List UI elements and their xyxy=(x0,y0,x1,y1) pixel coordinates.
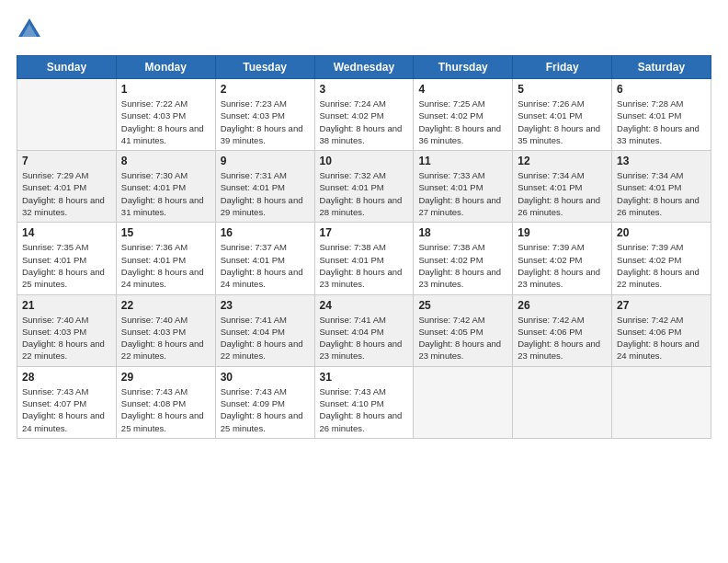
day-number: 11 xyxy=(418,155,507,167)
calendar-cell: 4Sunrise: 7:25 AMSunset: 4:02 PMDaylight… xyxy=(414,79,513,151)
day-number: 26 xyxy=(518,299,607,312)
day-number: 24 xyxy=(320,299,409,312)
calendar-cell: 18Sunrise: 7:38 AMSunset: 4:02 PMDayligh… xyxy=(414,223,513,294)
weekday-header-monday: Monday xyxy=(116,56,215,79)
header xyxy=(17,17,711,42)
calendar-cell: 17Sunrise: 7:38 AMSunset: 4:01 PMDayligh… xyxy=(314,223,414,294)
calendar-cell: 2Sunrise: 7:23 AMSunset: 4:03 PMDaylight… xyxy=(215,79,314,151)
weekday-header-friday: Friday xyxy=(513,56,612,79)
day-info: Sunrise: 7:38 AMSunset: 4:02 PMDaylight:… xyxy=(418,241,507,290)
calendar-week-row: 7Sunrise: 7:29 AMSunset: 4:01 PMDaylight… xyxy=(17,151,711,223)
day-number: 15 xyxy=(121,226,210,239)
day-number: 10 xyxy=(320,155,409,167)
day-number: 29 xyxy=(121,371,210,384)
calendar-cell: 3Sunrise: 7:24 AMSunset: 4:02 PMDaylight… xyxy=(314,79,414,151)
calendar-cell: 28Sunrise: 7:43 AMSunset: 4:07 PMDayligh… xyxy=(17,366,117,438)
calendar-cell xyxy=(612,366,711,438)
weekday-header-thursday: Thursday xyxy=(414,56,513,79)
day-info: Sunrise: 7:32 AMSunset: 4:01 PMDaylight:… xyxy=(320,169,409,218)
calendar-cell: 27Sunrise: 7:42 AMSunset: 4:06 PMDayligh… xyxy=(612,294,711,366)
calendar-cell: 31Sunrise: 7:43 AMSunset: 4:10 PMDayligh… xyxy=(314,366,414,438)
calendar-cell: 6Sunrise: 7:28 AMSunset: 4:01 PMDaylight… xyxy=(612,79,711,151)
calendar-week-row: 14Sunrise: 7:35 AMSunset: 4:01 PMDayligh… xyxy=(17,223,711,294)
day-number: 19 xyxy=(518,226,607,239)
day-info: Sunrise: 7:23 AMSunset: 4:03 PMDaylight:… xyxy=(221,98,310,146)
day-number: 1 xyxy=(121,83,210,96)
day-info: Sunrise: 7:38 AMSunset: 4:01 PMDaylight:… xyxy=(320,241,409,290)
calendar-cell: 19Sunrise: 7:39 AMSunset: 4:02 PMDayligh… xyxy=(513,223,612,294)
day-info: Sunrise: 7:42 AMSunset: 4:06 PMDaylight:… xyxy=(617,314,706,362)
calendar-cell: 13Sunrise: 7:34 AMSunset: 4:01 PMDayligh… xyxy=(612,151,711,223)
calendar-cell xyxy=(414,366,513,438)
weekday-header-row: SundayMondayTuesdayWednesdayThursdayFrid… xyxy=(17,56,711,79)
calendar-cell: 29Sunrise: 7:43 AMSunset: 4:08 PMDayligh… xyxy=(116,366,215,438)
day-info: Sunrise: 7:42 AMSunset: 4:05 PMDaylight:… xyxy=(418,314,507,362)
day-number: 25 xyxy=(418,299,507,312)
day-info: Sunrise: 7:34 AMSunset: 4:01 PMDaylight:… xyxy=(617,169,706,218)
day-number: 17 xyxy=(320,226,409,239)
day-info: Sunrise: 7:26 AMSunset: 4:01 PMDaylight:… xyxy=(518,98,607,146)
calendar-cell: 23Sunrise: 7:41 AMSunset: 4:04 PMDayligh… xyxy=(215,294,314,366)
day-info: Sunrise: 7:29 AMSunset: 4:01 PMDaylight:… xyxy=(22,169,111,218)
weekday-header-wednesday: Wednesday xyxy=(314,56,414,79)
day-number: 18 xyxy=(418,226,507,239)
calendar-cell: 15Sunrise: 7:36 AMSunset: 4:01 PMDayligh… xyxy=(116,223,215,294)
calendar-cell: 22Sunrise: 7:40 AMSunset: 4:03 PMDayligh… xyxy=(116,294,215,366)
day-info: Sunrise: 7:34 AMSunset: 4:01 PMDaylight:… xyxy=(518,169,607,218)
day-number: 7 xyxy=(22,155,111,167)
day-info: Sunrise: 7:28 AMSunset: 4:01 PMDaylight:… xyxy=(617,98,706,146)
day-info: Sunrise: 7:43 AMSunset: 4:09 PMDaylight:… xyxy=(221,385,310,434)
calendar-cell: 11Sunrise: 7:33 AMSunset: 4:01 PMDayligh… xyxy=(414,151,513,223)
calendar-cell: 14Sunrise: 7:35 AMSunset: 4:01 PMDayligh… xyxy=(17,223,117,294)
day-number: 6 xyxy=(617,83,706,96)
day-info: Sunrise: 7:24 AMSunset: 4:02 PMDaylight:… xyxy=(320,98,409,146)
day-info: Sunrise: 7:37 AMSunset: 4:01 PMDaylight:… xyxy=(221,241,310,290)
day-number: 16 xyxy=(221,226,310,239)
calendar-cell: 25Sunrise: 7:42 AMSunset: 4:05 PMDayligh… xyxy=(414,294,513,366)
day-info: Sunrise: 7:33 AMSunset: 4:01 PMDaylight:… xyxy=(418,169,507,218)
day-number: 12 xyxy=(518,155,607,167)
calendar-cell: 16Sunrise: 7:37 AMSunset: 4:01 PMDayligh… xyxy=(215,223,314,294)
day-number: 4 xyxy=(418,83,507,96)
day-number: 22 xyxy=(121,299,210,312)
day-info: Sunrise: 7:43 AMSunset: 4:10 PMDaylight:… xyxy=(320,385,409,434)
day-number: 31 xyxy=(320,371,409,384)
logo xyxy=(17,17,46,42)
day-info: Sunrise: 7:42 AMSunset: 4:06 PMDaylight:… xyxy=(518,314,607,362)
day-number: 30 xyxy=(221,371,310,384)
day-info: Sunrise: 7:22 AMSunset: 4:03 PMDaylight:… xyxy=(121,98,210,146)
day-number: 9 xyxy=(221,155,310,167)
calendar-cell: 1Sunrise: 7:22 AMSunset: 4:03 PMDaylight… xyxy=(116,79,215,151)
day-info: Sunrise: 7:36 AMSunset: 4:01 PMDaylight:… xyxy=(121,241,210,290)
day-info: Sunrise: 7:31 AMSunset: 4:01 PMDaylight:… xyxy=(221,169,310,218)
day-info: Sunrise: 7:39 AMSunset: 4:02 PMDaylight:… xyxy=(617,241,706,290)
day-number: 21 xyxy=(22,299,111,312)
day-number: 8 xyxy=(121,155,210,167)
day-info: Sunrise: 7:40 AMSunset: 4:03 PMDaylight:… xyxy=(22,314,111,362)
calendar-cell: 7Sunrise: 7:29 AMSunset: 4:01 PMDaylight… xyxy=(17,151,117,223)
day-number: 28 xyxy=(22,371,111,384)
day-number: 13 xyxy=(617,155,706,167)
calendar-cell: 5Sunrise: 7:26 AMSunset: 4:01 PMDaylight… xyxy=(513,79,612,151)
day-info: Sunrise: 7:43 AMSunset: 4:07 PMDaylight:… xyxy=(22,385,111,434)
calendar-cell xyxy=(17,79,117,151)
calendar-cell: 24Sunrise: 7:41 AMSunset: 4:04 PMDayligh… xyxy=(314,294,414,366)
calendar-cell: 21Sunrise: 7:40 AMSunset: 4:03 PMDayligh… xyxy=(17,294,117,366)
weekday-header-sunday: Sunday xyxy=(17,56,117,79)
calendar-week-row: 28Sunrise: 7:43 AMSunset: 4:07 PMDayligh… xyxy=(17,366,711,438)
calendar-cell: 9Sunrise: 7:31 AMSunset: 4:01 PMDaylight… xyxy=(215,151,314,223)
calendar-cell: 30Sunrise: 7:43 AMSunset: 4:09 PMDayligh… xyxy=(215,366,314,438)
day-info: Sunrise: 7:30 AMSunset: 4:01 PMDaylight:… xyxy=(121,169,210,218)
calendar-container: SundayMondayTuesdayWednesdayThursdayFrid… xyxy=(0,0,728,563)
day-info: Sunrise: 7:40 AMSunset: 4:03 PMDaylight:… xyxy=(121,314,210,362)
calendar-week-row: 21Sunrise: 7:40 AMSunset: 4:03 PMDayligh… xyxy=(17,294,711,366)
calendar-cell: 10Sunrise: 7:32 AMSunset: 4:01 PMDayligh… xyxy=(314,151,414,223)
day-info: Sunrise: 7:43 AMSunset: 4:08 PMDaylight:… xyxy=(121,385,210,434)
calendar-table: SundayMondayTuesdayWednesdayThursdayFrid… xyxy=(17,55,711,439)
calendar-cell: 12Sunrise: 7:34 AMSunset: 4:01 PMDayligh… xyxy=(513,151,612,223)
day-info: Sunrise: 7:25 AMSunset: 4:02 PMDaylight:… xyxy=(418,98,507,146)
day-info: Sunrise: 7:41 AMSunset: 4:04 PMDaylight:… xyxy=(320,314,409,362)
day-info: Sunrise: 7:41 AMSunset: 4:04 PMDaylight:… xyxy=(221,314,310,362)
day-number: 27 xyxy=(617,299,706,312)
weekday-header-tuesday: Tuesday xyxy=(215,56,314,79)
